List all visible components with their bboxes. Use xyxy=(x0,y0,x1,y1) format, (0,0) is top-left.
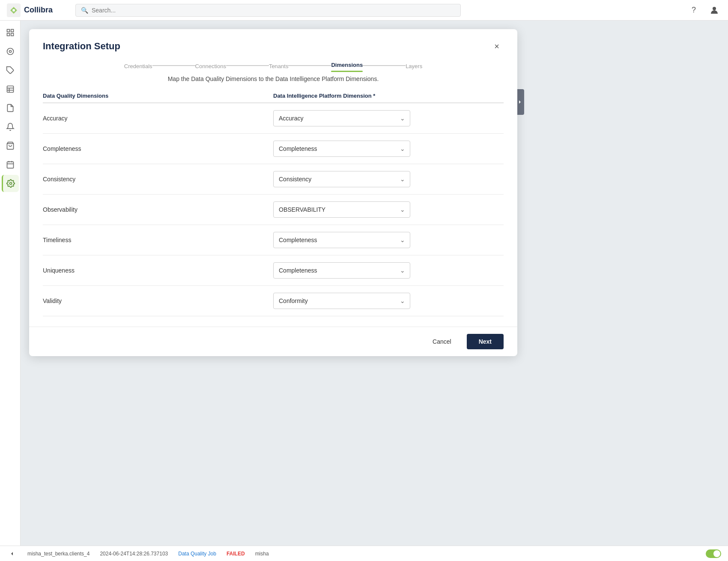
sidebar-item-docs[interactable] xyxy=(2,99,19,117)
dimension-label-validity: Validity xyxy=(43,297,273,304)
help-button[interactable]: ? xyxy=(687,3,701,17)
dimension-select-wrapper-accuracy: AccuracyCompletenessConsistencyConformit… xyxy=(273,110,504,126)
dimension-label-timeliness: Timeliness xyxy=(43,237,273,243)
dimension-label-completeness: Completeness xyxy=(43,145,273,152)
dimension-label-accuracy: Accuracy xyxy=(43,115,273,122)
user-profile-button[interactable] xyxy=(707,3,721,17)
sidebar-item-settings[interactable] xyxy=(2,175,19,192)
dimension-select-wrapper-timeliness: AccuracyCompletenessConsistencyConformit… xyxy=(273,232,504,248)
modal-body: Map the Data Quality Dimensions to the D… xyxy=(29,72,517,327)
map-description: Map the Data Quality Dimensions to the D… xyxy=(43,75,504,82)
dimension-select-consistency[interactable]: AccuracyCompletenessConsistencyConformit… xyxy=(273,171,410,187)
dimension-select-accuracy[interactable]: AccuracyCompletenessConsistencyConformit… xyxy=(273,110,410,126)
status-badge: FAILED xyxy=(227,551,245,557)
svg-rect-3 xyxy=(7,30,9,32)
step-dimensions-label: Dimensions xyxy=(331,62,363,71)
col-header-dq: Data Quality Dimensions xyxy=(43,93,273,99)
svg-rect-4 xyxy=(11,30,13,32)
sidebar-item-notifications[interactable] xyxy=(2,118,19,135)
svg-rect-15 xyxy=(7,162,13,168)
dimension-select-uniqueness[interactable]: AccuracyCompletenessConsistencyConformit… xyxy=(273,262,410,279)
dimension-select-wrapper-observability: AccuracyCompletenessConsistencyConformit… xyxy=(273,201,504,218)
dimension-select-wrapper-consistency: AccuracyCompletenessConsistencyConformit… xyxy=(273,171,504,187)
status-failed-text: FAILED xyxy=(227,551,245,557)
modal-close-button[interactable]: × xyxy=(490,39,504,53)
modal-title: Integration Setup xyxy=(43,41,120,52)
dimension-row-consistency: ConsistencyAccuracyCompletenessConsisten… xyxy=(43,164,504,195)
modal-footer: Cancel Next xyxy=(29,327,517,356)
svg-point-8 xyxy=(9,51,11,53)
sidebar-item-shop[interactable] xyxy=(2,137,19,154)
step-credentials[interactable]: Credentials xyxy=(124,63,152,72)
step-layers[interactable]: Layers xyxy=(406,63,422,72)
search-bar[interactable]: 🔍 xyxy=(75,4,461,17)
dimensions-table-header: Data Quality Dimensions Data Intelligenc… xyxy=(43,93,504,103)
dimension-row-accuracy: AccuracyAccuracyCompletenessConsistencyC… xyxy=(43,103,504,134)
step-connector-1 xyxy=(152,65,195,66)
modal-header: Integration Setup × xyxy=(29,29,517,53)
status-user: misha xyxy=(255,551,269,557)
col-header-dip: Data Intelligence Platform Dimension * xyxy=(273,93,504,99)
step-tenants-label: Tenants xyxy=(269,63,289,72)
step-connections-label: Connections xyxy=(195,63,226,72)
status-job-name: misha_test_berka.clients_4 xyxy=(27,551,90,557)
dimension-row-validity: ValidityAccuracyCompletenessConsistencyC… xyxy=(43,286,504,316)
svg-rect-10 xyxy=(7,86,13,93)
step-tenants[interactable]: Tenants xyxy=(269,63,289,72)
dimensions-table-body: AccuracyAccuracyCompletenessConsistencyC… xyxy=(43,103,504,316)
step-dimensions[interactable]: Dimensions xyxy=(331,62,363,72)
svg-rect-5 xyxy=(7,33,9,36)
dimension-select-wrapper-uniqueness: AccuracyCompletenessConsistencyConformit… xyxy=(273,262,504,279)
svg-point-19 xyxy=(10,183,12,185)
dimension-select-completeness[interactable]: AccuracyCompletenessConsistencyConformit… xyxy=(273,141,410,157)
svg-point-2 xyxy=(713,7,716,10)
search-icon: 🔍 xyxy=(81,7,88,14)
step-connector-2 xyxy=(226,65,269,66)
status-toggle[interactable] xyxy=(706,549,721,558)
main-layout: Integration Setup × Credentials Connecti… xyxy=(0,21,728,546)
dimension-row-completeness: CompletenessAccuracyCompletenessConsiste… xyxy=(43,134,504,164)
svg-rect-6 xyxy=(11,33,13,36)
dimension-select-observability[interactable]: AccuracyCompletenessConsistencyConformit… xyxy=(273,201,410,218)
sidebar-item-grid[interactable] xyxy=(2,81,19,98)
collibra-logo-icon xyxy=(7,3,21,17)
help-icon: ? xyxy=(692,6,696,15)
svg-point-7 xyxy=(7,48,13,55)
app-name: Collibra xyxy=(24,6,53,15)
stepper: Credentials Connections Tenants Dimensio… xyxy=(29,53,517,72)
sidebar-item-calendar[interactable] xyxy=(2,156,19,173)
dimension-label-consistency: Consistency xyxy=(43,176,273,183)
dimension-label-uniqueness: Uniqueness xyxy=(43,267,273,274)
step-connector-3 xyxy=(288,65,331,66)
step-credentials-label: Credentials xyxy=(124,63,152,72)
dimension-row-uniqueness: UniquenessAccuracyCompletenessConsistenc… xyxy=(43,255,504,286)
sidebar-item-tags[interactable] xyxy=(2,62,19,79)
step-connections[interactable]: Connections xyxy=(195,63,226,72)
top-bar-actions: ? xyxy=(687,3,721,17)
status-job-type[interactable]: Data Quality Job xyxy=(178,551,216,557)
sidebar-item-home[interactable] xyxy=(2,24,19,41)
next-button[interactable]: Next xyxy=(467,334,504,349)
logo-area: Collibra xyxy=(7,3,75,17)
data-quality-job-link[interactable]: Data Quality Job xyxy=(178,551,216,557)
cancel-button[interactable]: Cancel xyxy=(422,334,462,349)
dimension-select-wrapper-completeness: AccuracyCompletenessConsistencyConformit… xyxy=(273,141,504,157)
sidebar xyxy=(0,21,21,546)
content-area: Integration Setup × Credentials Connecti… xyxy=(21,21,728,546)
dimension-select-wrapper-validity: AccuracyCompletenessConsistencyConformit… xyxy=(273,293,504,309)
sidebar-item-discover[interactable] xyxy=(2,43,19,60)
integration-setup-modal: Integration Setup × Credentials Connecti… xyxy=(29,29,517,356)
top-bar: Collibra 🔍 ? xyxy=(0,0,728,21)
status-timestamp: 2024-06-24T14:28:26.737103 xyxy=(100,551,168,557)
user-avatar-icon xyxy=(709,5,719,15)
search-input[interactable] xyxy=(92,7,455,14)
status-bar: misha_test_berka.clients_4 2024-06-24T14… xyxy=(0,546,728,561)
dimension-select-validity[interactable]: AccuracyCompletenessConsistencyConformit… xyxy=(273,293,410,309)
step-connector-4 xyxy=(363,65,406,66)
step-layers-label: Layers xyxy=(406,63,422,72)
dimension-select-timeliness[interactable]: AccuracyCompletenessConsistencyConformit… xyxy=(273,232,410,248)
dimension-row-observability: ObservabilityAccuracyCompletenessConsist… xyxy=(43,195,504,225)
collapse-button[interactable] xyxy=(7,549,17,559)
dimension-row-timeliness: TimelinessAccuracyCompletenessConsistenc… xyxy=(43,225,504,255)
dimension-label-observability: Observability xyxy=(43,206,273,213)
